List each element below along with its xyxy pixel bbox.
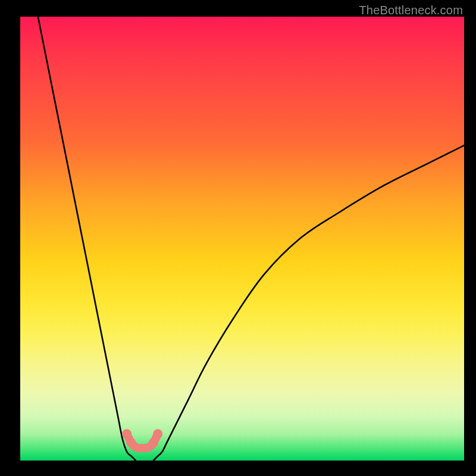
right-curve bbox=[154, 145, 464, 461]
valley-floor-path bbox=[127, 434, 158, 448]
left-curve bbox=[38, 17, 136, 461]
right-curve-path bbox=[154, 145, 464, 461]
valley-dot bbox=[153, 429, 162, 439]
valley-dot bbox=[149, 438, 158, 447]
curve-layer bbox=[20, 17, 464, 461]
watermark-text: TheBottleneck.com bbox=[359, 4, 463, 17]
valley-dot bbox=[127, 438, 136, 447]
plot-area bbox=[20, 17, 464, 461]
valley-floor bbox=[122, 429, 162, 448]
valley-dot bbox=[122, 429, 131, 439]
left-curve-path bbox=[38, 17, 136, 461]
chart-frame: TheBottleneck.com bbox=[0, 0, 476, 476]
